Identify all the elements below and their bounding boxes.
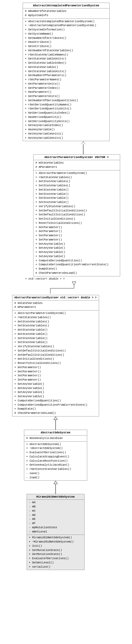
arrow-2-svg	[3, 280, 129, 295]
uml-diagram: AbstractUntemplatedParameterisedSystem #…	[3, 3, 129, 570]
svg-marker-4	[54, 417, 57, 420]
abstract-ode-attributes: # mUseAnalyticJacobian	[24, 435, 87, 442]
abstract-ode-title: AbstractOdeSystem	[24, 430, 87, 435]
template-label: < std::vector< double > >	[23, 277, 110, 280]
arrow-3	[12, 416, 99, 430]
abstract-parameterised-vector-methods: + AbstractParameterisedSystem() + rGetSt…	[33, 170, 120, 276]
mirams-ode-title: Mirams2010WntOdeSystem	[27, 494, 84, 500]
arrow-1	[23, 141, 110, 154]
arrow-2-container	[3, 280, 129, 295]
mirams-ode-methods: + Mirams2010WntOdeSystem() + ~Mirams2010…	[27, 535, 84, 570]
abstract-parameterised-stdvector-methods: + AbstractParameterisedSystem() + rGetSt…	[12, 311, 99, 416]
svg-marker-5	[54, 481, 57, 484]
abstract-untemplated-box: AbstractUntemplatedParameterisedSystem #…	[23, 3, 110, 141]
abstract-parameterised-vector-box: AbstractParameterisedSystem< VECTOR > # …	[33, 154, 120, 276]
open-triangle-svg	[53, 416, 58, 420]
mirams-ode-box: Mirams2010WntOdeSystem - mA - mB - mC - …	[27, 494, 85, 570]
abstract-parameterised-vector-title: AbstractParameterisedSystem< VECTOR >	[33, 155, 120, 160]
abstract-untemplated-title: AbstractUntemplatedParameterisedSystem	[23, 3, 109, 8]
abstract-parameterised-stdvector-title: AbstractParameterisedSystem< std::vector…	[12, 295, 99, 300]
abstract-ode-methods: + AbstractOdeSystem() + ~AbstractOdeSyst…	[24, 442, 87, 481]
abstract-parameterised-vector-attributes: # mStateVariables # mParameters	[33, 160, 120, 170]
abstract-parameterised-stdvector-attributes: # mStateVariables # mParameters	[12, 300, 99, 311]
svg-marker-3	[72, 282, 76, 285]
arrow-4	[24, 481, 87, 494]
abstract-untemplated-attributes: # mNumberOfStateVariables # mpSystemInfo	[23, 8, 109, 19]
abstract-ode-box: AbstractOdeSystem # mUseAnalyticJacobian…	[24, 430, 87, 481]
attr-2: # mpSystemInfo	[25, 13, 107, 18]
mirams-ode-attributes: - mA - mB - mC - mD - mE - mF - mpMutati…	[27, 500, 84, 535]
abstract-untemplated-methods: + AbstractUntemplatedParameterisedSystem…	[23, 19, 109, 141]
open-triangle-svg-2	[53, 481, 58, 484]
abstract-parameterised-stdvector-box: AbstractParameterisedSystem< std::vector…	[12, 295, 99, 416]
attr-1: # mNumberOfStateVariables	[25, 9, 107, 13]
